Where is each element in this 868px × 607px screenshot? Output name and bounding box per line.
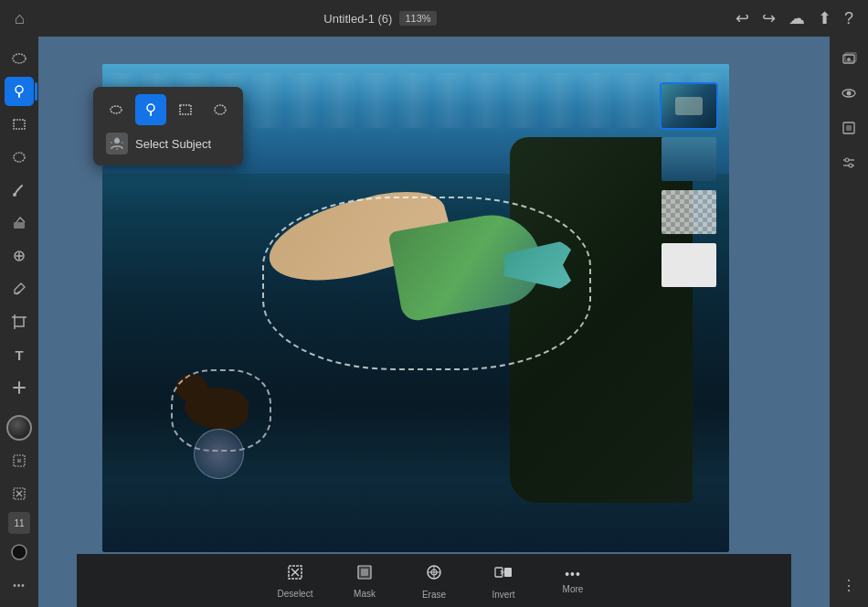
layer-panel [660,82,722,289]
selection-tools-row [101,94,236,125]
layer-thumb-3[interactable] [660,188,718,236]
svg-rect-33 [495,568,503,577]
svg-rect-6 [14,222,25,229]
top-bar-center: Untitled-1 (6) 113% [323,11,436,26]
more-btn[interactable]: ••• More [553,567,593,594]
select-subject-row[interactable]: Select Subject [101,129,236,158]
sea-lion-body [183,385,250,431]
erase-icon [424,562,444,587]
share-icon[interactable]: ⬆ [818,8,831,28]
clone-stamp-btn[interactable] [5,241,34,271]
type-btn[interactable]: T [5,340,34,369]
document-title: Untitled-1 (6) [323,12,392,26]
top-bar-right: ↩ ↪ ☁ ⬆ ? [736,8,853,28]
heal-btn[interactable] [5,373,34,402]
ellipse-select-btn[interactable] [5,143,34,172]
mask-icon [355,563,374,586]
svg-point-19 [147,104,154,112]
deselect-label: Deselect [278,589,313,599]
right-toolbar: ⋮ [830,37,868,607]
adjustment-btn[interactable] [834,148,863,177]
layer-thumb-4[interactable] [660,241,718,289]
deselect-btn[interactable]: Deselect [275,563,315,599]
svg-rect-40 [846,125,852,131]
svg-point-5 [13,193,16,197]
mask-btn[interactable]: Mask [344,563,385,599]
more-options-btn[interactable]: ⋮ [834,570,863,600]
cloud-icon[interactable]: ☁ [789,8,805,28]
mask-label: Mask [354,589,376,599]
selection-add-btn[interactable] [135,94,166,125]
bottom-toolbar: Deselect Mask Erase [77,554,791,607]
eraser-btn[interactable] [5,208,34,238]
svg-rect-20 [150,112,152,116]
mask-panel-btn[interactable] [834,113,863,143]
selection-brush-btn[interactable] [5,77,34,106]
rect-select-btn[interactable] [5,110,34,139]
svg-rect-9 [15,317,24,326]
svg-point-38 [847,91,852,96]
zoom-level[interactable]: 113% [399,11,436,26]
brush-btn[interactable] [5,176,34,205]
svg-rect-34 [504,568,512,577]
deselect-icon [286,563,304,586]
smart-select-btn[interactable] [5,479,34,508]
selection-toolbar-popup: Select Subject [93,87,243,165]
eyedropper-btn[interactable] [5,274,34,304]
svg-rect-3 [14,120,25,129]
transform-btn[interactable] [5,446,34,475]
canvas-area: Select Subject Deselect Mask [38,37,830,607]
more-icon: ••• [565,567,581,581]
layer-thumb-1[interactable] [660,82,718,130]
svg-point-43 [845,158,849,162]
foreground-circle[interactable] [5,538,34,567]
foreground-color[interactable] [6,415,32,441]
crop-btn[interactable] [5,307,34,336]
svg-point-4 [14,153,25,162]
svg-point-0 [13,54,26,63]
svg-rect-28 [361,569,368,576]
layer-thumb-2[interactable] [660,135,718,183]
svg-rect-21 [180,105,191,114]
svg-line-8 [16,292,19,294]
visibility-btn[interactable] [834,79,863,108]
select-subject-icon [106,133,128,154]
svg-point-44 [849,164,852,167]
invert-icon [493,562,513,587]
home-icon[interactable]: ⌂ [15,9,25,28]
select-subject-label: Select Subject [135,137,211,151]
more-label: More [563,584,584,594]
mermaid-figure [212,183,559,347]
rect-marquee-btn[interactable] [170,94,201,125]
erase-btn[interactable]: Erase [414,562,454,600]
redo-icon[interactable]: ↪ [762,8,776,28]
left-toolbar: T 11 ••• [0,37,38,607]
invert-label: Invert [492,590,514,600]
svg-point-17 [12,545,26,559]
top-bar-left: ⌂ [15,9,25,28]
svg-point-22 [215,105,226,114]
top-bar: ⌂ Untitled-1 (6) 113% ↩ ↪ ☁ ⬆ ? [0,0,868,37]
undo-icon[interactable]: ↩ [736,8,749,28]
invert-btn[interactable]: Invert [483,562,524,600]
svg-rect-15 [17,459,21,463]
layer-1-preview [662,84,716,128]
svg-point-18 [111,106,122,113]
ellipse-marquee-btn[interactable] [205,94,236,125]
layer-number-badge[interactable]: 11 [8,512,30,534]
svg-point-1 [16,86,23,93]
sea-lion-figure [175,369,267,442]
svg-rect-2 [18,93,20,98]
add-layer-btn[interactable] [834,44,863,73]
freeform-lasso-btn[interactable] [101,94,132,125]
help-icon[interactable]: ? [844,9,853,28]
lasso-tool-btn[interactable] [5,44,34,73]
more-tools-btn[interactable]: ••• [5,570,34,600]
erase-label: Erase [422,590,446,600]
